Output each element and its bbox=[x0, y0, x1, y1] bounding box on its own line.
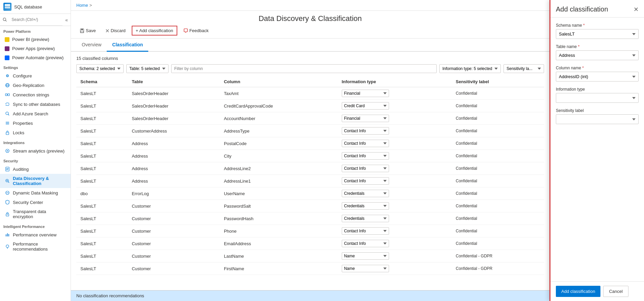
info-type-row-select[interactable]: Credit Card Financial Credit Card Contac… bbox=[342, 102, 389, 110]
sidebar-item-performance-overview[interactable]: Performance overview bbox=[0, 230, 71, 239]
cell-schema: SalesLT bbox=[76, 237, 128, 250]
cell-column: PostalCode bbox=[220, 137, 338, 150]
cell-info-type[interactable]: Credentials Financial Credit Card Contac… bbox=[338, 212, 452, 225]
sidebar-item-locks[interactable]: Locks bbox=[0, 128, 71, 137]
sensitivity-filter[interactable]: Sensitivity la... bbox=[504, 64, 544, 73]
info-type-filter[interactable]: Information type: 5 selected bbox=[439, 64, 501, 73]
svg-rect-32 bbox=[6, 234, 6, 236]
tabs: Overview Classification bbox=[71, 39, 549, 52]
cell-column: AccountNumber bbox=[220, 112, 338, 125]
sidebar-item-connection-strings[interactable]: Connection strings bbox=[0, 90, 71, 99]
cell-info-type[interactable]: Contact Info Financial Credit Card Conta… bbox=[338, 237, 452, 250]
sidebar-item-power-automate[interactable]: Power Automate (preview) bbox=[0, 53, 71, 62]
cell-table: SalesOrderHeader bbox=[128, 100, 220, 112]
cell-info-type[interactable]: Name Financial Credit Card Contact Info … bbox=[338, 262, 452, 275]
sidebar-item-sync-databases[interactable]: Sync to other databases bbox=[0, 99, 71, 109]
cell-sensitivity: Confidential bbox=[452, 125, 544, 137]
info-type-row-select[interactable]: Contact Info Financial Credit Card Conta… bbox=[342, 227, 389, 235]
info-type-label: Information type bbox=[556, 87, 639, 92]
stream-analytics-icon bbox=[5, 148, 10, 154]
cell-info-type[interactable]: Contact Info Financial Credit Card Conta… bbox=[338, 162, 452, 175]
sidebar-item-configure[interactable]: Configure bbox=[0, 71, 71, 80]
sidebar-item-dynamic-masking[interactable]: Dynamic Data Masking bbox=[0, 188, 71, 198]
cell-info-type[interactable]: Contact Info Financial Credit Card Conta… bbox=[338, 137, 452, 150]
info-type-row-select[interactable]: Contact Info Financial Credit Card Conta… bbox=[342, 127, 389, 135]
breadcrumb-home[interactable]: Home bbox=[76, 3, 88, 8]
sidebar-item-security-center[interactable]: Security Center bbox=[0, 198, 71, 207]
panel-add-button[interactable]: Add classification bbox=[556, 286, 600, 297]
cell-schema: SalesLT bbox=[76, 125, 128, 137]
table-row: SalesLT Customer PasswordSalt Credential… bbox=[76, 200, 544, 212]
classified-count: 15 classified columns bbox=[76, 56, 544, 61]
cell-info-type[interactable]: Contact Info Financial Credit Card Conta… bbox=[338, 225, 452, 237]
sidebar-item-performance-recommendations[interactable]: Performance recommendations bbox=[0, 239, 71, 254]
save-button[interactable]: Save bbox=[76, 26, 99, 35]
panel-cancel-button[interactable]: Cancel bbox=[603, 286, 628, 297]
info-type-row-select[interactable]: Credentials Financial Credit Card Contac… bbox=[342, 202, 389, 210]
sidebar-item-azure-search[interactable]: Add Azure Search bbox=[0, 109, 71, 118]
feedback-button[interactable]: Feedback bbox=[180, 26, 212, 35]
table-row: SalesLT Address PostalCode Contact Info … bbox=[76, 137, 544, 150]
discard-button[interactable]: Discard bbox=[102, 26, 129, 35]
cell-table: Customer bbox=[128, 200, 220, 212]
cell-sensitivity: Confidential bbox=[452, 212, 544, 225]
cell-column: TaxAmt bbox=[220, 87, 338, 100]
info-type-row-select[interactable]: Financial Financial Credit Card Contact … bbox=[342, 115, 389, 122]
info-type-row-select[interactable]: Contact Info Financial Credit Card Conta… bbox=[342, 177, 389, 185]
column-filter[interactable] bbox=[171, 64, 437, 73]
cell-schema: dbo bbox=[76, 187, 128, 200]
schema-filter[interactable]: Schema: 2 selected bbox=[76, 64, 124, 73]
cell-info-type[interactable]: Contact Info Financial Credit Card Conta… bbox=[338, 125, 452, 137]
sidebar-item-properties[interactable]: Properties bbox=[0, 118, 71, 128]
sensitivity-select[interactable]: Confidential Confidential - GDPR Public … bbox=[556, 114, 639, 124]
cell-schema: SalesLT bbox=[76, 100, 128, 112]
cell-info-type[interactable]: Name Financial Credit Card Contact Info … bbox=[338, 250, 452, 262]
cell-info-type[interactable]: Contact Info Financial Credit Card Conta… bbox=[338, 175, 452, 187]
cell-info-type[interactable]: Financial Financial Credit Card Contact … bbox=[338, 87, 452, 100]
cell-schema: SalesLT bbox=[76, 225, 128, 237]
page-title: Data Discovery & Classification bbox=[76, 14, 544, 23]
locks-icon bbox=[5, 130, 10, 135]
cell-info-type[interactable]: Contact Info Financial Credit Card Conta… bbox=[338, 150, 452, 162]
dynamic-masking-icon bbox=[5, 190, 10, 195]
schema-label: Schema name * bbox=[556, 23, 639, 28]
tab-classification[interactable]: Classification bbox=[107, 39, 148, 52]
svg-point-35 bbox=[6, 245, 9, 248]
info-type-row-select[interactable]: Financial Financial Credit Card Contact … bbox=[342, 90, 389, 97]
info-type-row-select[interactable]: Contact Info Financial Credit Card Conta… bbox=[342, 240, 389, 247]
cell-info-type[interactable]: Credentials Financial Credit Card Contac… bbox=[338, 200, 452, 212]
info-type-row-select[interactable]: Contact Info Financial Credit Card Conta… bbox=[342, 165, 389, 172]
info-type-select-panel[interactable]: Financial Credit Card Contact Info Crede… bbox=[556, 93, 639, 103]
info-type-row-select[interactable]: Name Financial Credit Card Contact Info … bbox=[342, 252, 389, 260]
sidebar-collapse-button[interactable]: « bbox=[62, 15, 71, 25]
tab-overview[interactable]: Overview bbox=[76, 39, 107, 52]
sidebar-item-auditing[interactable]: Auditing bbox=[0, 164, 71, 174]
info-type-row-select[interactable]: Contact Info Financial Credit Card Conta… bbox=[342, 152, 389, 160]
table-select[interactable]: Address Customer CustomerAddress SalesOr… bbox=[556, 50, 639, 60]
info-type-row-select[interactable]: Credentials Financial Credit Card Contac… bbox=[342, 215, 389, 222]
cell-column: LastName bbox=[220, 250, 338, 262]
sidebar-item-stream-analytics[interactable]: Stream analytics (preview) bbox=[0, 146, 71, 156]
schema-select[interactable]: SalesLT dbo bbox=[556, 29, 639, 39]
cell-info-type[interactable]: Credit Card Financial Credit Card Contac… bbox=[338, 100, 452, 112]
toolbar: Save Discard + Add classification Feedba… bbox=[71, 23, 549, 39]
panel-close-button[interactable]: ✕ bbox=[634, 6, 639, 13]
svg-point-5 bbox=[7, 75, 8, 76]
sidebar-item-geo-replication[interactable]: Geo-Replication bbox=[0, 80, 71, 90]
cell-schema: SalesLT bbox=[76, 112, 128, 125]
column-select[interactable]: AddressID (int) AddressLine1 AddressLine… bbox=[556, 72, 639, 82]
sidebar-item-power-bi[interactable]: Power BI (preview) bbox=[0, 35, 71, 44]
sidebar-item-power-apps[interactable]: Power Apps (preview) bbox=[0, 44, 71, 53]
add-classification-button[interactable]: + Add classification bbox=[132, 26, 177, 36]
info-type-row-select[interactable]: Name Financial Credit Card Contact Info … bbox=[342, 265, 389, 272]
info-type-row-select[interactable]: Contact Info Financial Credit Card Conta… bbox=[342, 140, 389, 147]
cell-info-type[interactable]: Credentials Financial Credit Card Contac… bbox=[338, 187, 452, 200]
search-input[interactable] bbox=[9, 16, 60, 23]
cell-table: SalesOrderHeader bbox=[128, 112, 220, 125]
sidebar-item-transparent-encryption[interactable]: Transparent data encryption bbox=[0, 207, 71, 221]
table-filter[interactable]: Table: 5 selected bbox=[126, 64, 169, 73]
info-type-row-select[interactable]: Credentials Financial Credit Card Contac… bbox=[342, 190, 389, 197]
col-column: Column bbox=[220, 76, 338, 87]
sidebar-item-data-discovery[interactable]: Data Discovery & Classification bbox=[0, 174, 71, 188]
cell-info-type[interactable]: Financial Financial Credit Card Contact … bbox=[338, 112, 452, 125]
